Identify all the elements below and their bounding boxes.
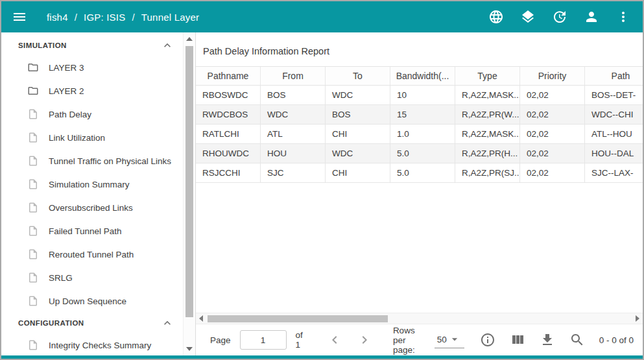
table-cell: 02,02 — [520, 86, 585, 104]
file-icon — [27, 178, 39, 190]
report-table: PathnameFromToBandwidth(...TypePriorityP… — [196, 66, 643, 183]
table-cell: WDC — [261, 105, 326, 124]
column-header[interactable]: Priority — [520, 67, 585, 85]
globe-icon[interactable] — [488, 9, 504, 25]
scrollbar-left-arrow-icon[interactable] — [199, 315, 203, 322]
table-cell: 5.0 — [390, 144, 455, 163]
breadcrumb-layer[interactable]: Tunnel Layer — [141, 12, 199, 23]
column-header[interactable]: To — [326, 67, 390, 85]
sidebar-item-rerouted-tunnel-path[interactable]: Rerouted Tunnel Path — [1, 243, 183, 266]
breadcrumb: fish4 / IGP: ISIS / Tunnel Layer — [47, 12, 199, 23]
table-cell: 15 — [390, 105, 455, 124]
table-cell: ATL--HOU — [585, 125, 643, 143]
appbar-actions — [488, 9, 631, 25]
table-row[interactable]: RHOUWDCHOUWDC5.0R,A2Z,PR(H...02,02HOU--D… — [196, 144, 643, 163]
table-cell: RBOSWDC — [196, 86, 261, 104]
column-header[interactable]: Path — [585, 67, 643, 85]
next-page-icon[interactable] — [357, 332, 372, 348]
sidebar-item-label: Oversubscribed Links — [49, 203, 133, 213]
sidebar-item-srlg[interactable]: SRLG — [1, 266, 183, 289]
previous-page-icon[interactable] — [327, 332, 342, 348]
table-row[interactable]: RBOSWDCBOSWDC10R,A2Z,MASK...02,02BOS--DE… — [196, 86, 643, 105]
table-cell: 02,02 — [520, 125, 585, 143]
table-header-row: PathnameFromToBandwidth(...TypePriorityP… — [196, 66, 643, 86]
more-options-icon[interactable] — [615, 9, 631, 25]
column-settings-icon[interactable] — [510, 332, 525, 348]
horizontal-scrollbar-thumb[interactable] — [208, 315, 388, 322]
sidebar-item-integrity-checks-summary[interactable]: Integrity Checks Summary — [1, 333, 183, 355]
table-cell: SJC — [261, 163, 326, 182]
file-icon — [27, 202, 39, 213]
sidebar-item-label: Failed Tunnel Path — [49, 226, 122, 236]
table-row[interactable]: RSJCCHISJCCHI5.0R,A2Z,PR(SJ...02,02SJC--… — [196, 163, 643, 183]
folder-icon — [27, 62, 39, 73]
search-icon[interactable] — [569, 332, 585, 348]
table-cell: 10 — [390, 86, 455, 104]
download-icon[interactable] — [540, 332, 555, 348]
sidebar-item-up-down-sequence[interactable]: Up Down Sequence — [1, 289, 183, 313]
scrollbar-up-arrow-icon[interactable] — [186, 37, 193, 41]
table-cell: 02,02 — [520, 105, 585, 124]
column-header[interactable]: Type — [455, 67, 520, 85]
content-area: SIMULATION LAYER 3 LAYER 2 Path Delay Li… — [1, 32, 643, 355]
sidebar-scrollbar[interactable] — [183, 32, 195, 355]
scrollbar-right-arrow-icon[interactable] — [636, 315, 639, 322]
table-cell: RHOUWDC — [196, 144, 261, 163]
horizontal-scrollbar[interactable] — [196, 313, 643, 324]
sidebar-item-simulation-summary[interactable]: Simulation Summary — [1, 173, 183, 196]
file-icon — [27, 295, 39, 307]
sidebar-item-label: Path Delay — [49, 110, 91, 119]
user-account-icon[interactable] — [584, 9, 599, 25]
sidebar-item-layer-3[interactable]: LAYER 3 — [1, 56, 183, 79]
rows-per-page-select[interactable]: 50 — [435, 331, 464, 348]
file-icon — [27, 225, 39, 237]
sidebar-item-tunnel-traffic-on-physical-links[interactable]: Tunnel Traffic on Physical Links — [1, 149, 183, 173]
sidebar-item-label: LAYER 2 — [49, 86, 84, 96]
table-row[interactable]: RATLCHIATLCHI1.0R,A2Z,MASK...02,02ATL--H… — [196, 125, 643, 144]
sidebar-item-label: Simulation Summary — [49, 180, 130, 189]
table-cell: R,A2Z,MASK... — [455, 86, 520, 104]
sidebar-section-header[interactable]: CONFIGURATION — [1, 313, 183, 333]
page-label: Page — [210, 335, 231, 345]
table-cell: 5.0 — [390, 163, 455, 182]
table-cell: WDC — [326, 86, 390, 104]
sidebar-section-header[interactable]: SIMULATION — [1, 35, 183, 56]
column-header[interactable]: Bandwidth(... — [390, 67, 455, 85]
table-row[interactable]: RWDCBOSWDCBOS15R,A2Z,PR(W...02,02WDC--CH… — [196, 105, 643, 125]
sidebar-item-failed-tunnel-path[interactable]: Failed Tunnel Path — [1, 219, 183, 243]
table-cell: ATL — [261, 125, 326, 143]
folder-icon — [27, 85, 39, 97]
table-cell: RWDCBOS — [196, 105, 261, 124]
column-header[interactable]: Pathname — [196, 67, 261, 85]
sidebar-item-label: LAYER 3 — [49, 63, 84, 73]
app-window: fish4 / IGP: ISIS / Tunnel Layer SIMULAT… — [0, 0, 644, 360]
breadcrumb-protocol[interactable]: IGP: ISIS — [84, 12, 125, 23]
bottom-accent-strip — [1, 355, 643, 359]
table-cell: BOS — [261, 86, 326, 104]
file-icon — [27, 248, 39, 260]
page-number-input[interactable] — [240, 330, 287, 350]
table-cell: BOS — [326, 105, 390, 124]
table-cell: R,A2Z,PR(W... — [455, 105, 520, 124]
table-cell: HOU--DAL — [585, 144, 643, 163]
table-cell: RSJCCHI — [196, 163, 261, 182]
layers-icon[interactable] — [520, 9, 536, 25]
table-cell: 1.0 — [390, 125, 455, 143]
sidebar-scrollbar-thumb[interactable] — [185, 46, 193, 317]
column-header[interactable]: From — [261, 67, 326, 85]
breadcrumb-network[interactable]: fish4 — [47, 12, 68, 23]
table-cell: WDC--CHI — [585, 105, 643, 124]
sidebar-item-label: Up Down Sequence — [49, 296, 126, 306]
hamburger-menu-icon[interactable] — [12, 9, 27, 25]
table-cell: 02,02 — [520, 144, 585, 163]
info-icon[interactable] — [480, 332, 495, 348]
sidebar-item-layer-2[interactable]: LAYER 2 — [1, 79, 183, 102]
scrollbar-down-arrow-icon[interactable] — [186, 347, 193, 351]
table-cell: R,A2Z,MASK... — [455, 125, 520, 143]
sidebar-item-oversubscribed-links[interactable]: Oversubscribed Links — [1, 196, 183, 219]
table-cell: CHI — [326, 125, 390, 143]
history-icon[interactable] — [552, 9, 567, 25]
sidebar-item-link-utilization[interactable]: Link Utilization — [1, 126, 183, 149]
table-cell: CHI — [326, 163, 390, 182]
sidebar-item-path-delay[interactable]: Path Delay — [1, 102, 183, 126]
